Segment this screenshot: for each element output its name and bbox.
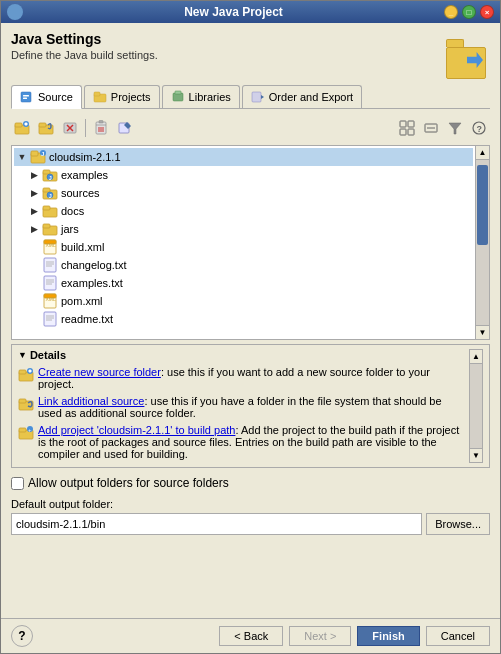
expand-root-icon[interactable]: ▼ bbox=[16, 151, 28, 163]
tree-examples-txt-label: examples.txt bbox=[61, 277, 123, 289]
expand-examples-icon[interactable]: ▶ bbox=[28, 169, 40, 181]
changelog-icon bbox=[42, 257, 58, 273]
svg-rect-59 bbox=[44, 276, 56, 290]
main-area: ? ▼ J bbox=[11, 115, 490, 610]
tree-pom-xml-label: pom.xml bbox=[61, 295, 103, 307]
svg-rect-21 bbox=[99, 121, 103, 124]
details-expand-icon[interactable]: ▼ bbox=[18, 350, 27, 360]
scroll-up-button[interactable]: ▲ bbox=[476, 146, 489, 160]
no-expand-readme: ▶ bbox=[28, 313, 40, 325]
tree-item-jars[interactable]: ▶ jars bbox=[14, 220, 473, 238]
detail-text-create: Create new source folder: use this if yo… bbox=[38, 366, 465, 390]
tree-item-build-xml[interactable]: ▶ XML build.xml bbox=[14, 238, 473, 256]
projects-tab-icon bbox=[93, 90, 107, 104]
allow-output-row: Allow output folders for source folders bbox=[11, 476, 490, 490]
tree-scroll-area: ▼ J cloudsim-2.1.1 ▶ bbox=[12, 146, 475, 339]
svg-rect-51 bbox=[43, 224, 50, 228]
header-text: Java Settings Define the Java build sett… bbox=[11, 31, 158, 61]
svg-rect-74 bbox=[29, 370, 32, 372]
allow-output-checkbox[interactable] bbox=[11, 477, 24, 490]
maximize-button[interactable]: □ bbox=[462, 5, 476, 19]
tree-item-examples[interactable]: ▶ J examples bbox=[14, 166, 473, 184]
toolbar-help-button[interactable]: ? bbox=[468, 117, 490, 139]
tree-item-changelog[interactable]: ▶ changelog.txt bbox=[14, 256, 473, 274]
create-source-icon bbox=[18, 367, 34, 385]
header-section: Java Settings Define the Java build sett… bbox=[11, 31, 490, 79]
cancel-button[interactable]: Cancel bbox=[426, 626, 490, 646]
tab-source-label: Source bbox=[38, 91, 73, 103]
toolbar: ? bbox=[11, 115, 490, 141]
next-button[interactable]: Next > bbox=[289, 626, 351, 646]
tab-libraries[interactable]: Libraries bbox=[162, 85, 240, 108]
link-source-detail-icon bbox=[18, 396, 34, 414]
finish-button[interactable]: Finish bbox=[357, 626, 419, 646]
add-src-folder-button[interactable] bbox=[11, 117, 33, 139]
tree-jars-label: jars bbox=[61, 223, 79, 235]
expand-jars-icon[interactable]: ▶ bbox=[28, 223, 40, 235]
tree-item-sources[interactable]: ▶ J sources bbox=[14, 184, 473, 202]
svg-rect-28 bbox=[408, 121, 414, 127]
expand-sources-icon[interactable]: ▶ bbox=[28, 187, 40, 199]
tree-item-pom-xml[interactable]: ▶ XML pom.xml bbox=[14, 292, 473, 310]
tree-sources-label: sources bbox=[61, 187, 100, 199]
no-expand-build: ▶ bbox=[28, 241, 40, 253]
close-button[interactable]: × bbox=[480, 5, 494, 19]
back-button[interactable]: < Back bbox=[219, 626, 283, 646]
details-scroll-down[interactable]: ▼ bbox=[470, 448, 482, 462]
allow-output-label[interactable]: Allow output folders for source folders bbox=[28, 476, 229, 490]
svg-rect-29 bbox=[400, 129, 406, 135]
minimize-button[interactable]: _ bbox=[444, 5, 458, 19]
scroll-track bbox=[476, 160, 489, 325]
details-panel: ▼ Details bbox=[11, 344, 490, 468]
svg-marker-8 bbox=[261, 95, 264, 99]
expand-all-button[interactable] bbox=[396, 117, 418, 139]
tree-item-examples-txt[interactable]: ▶ examples.txt bbox=[14, 274, 473, 292]
tree-item-docs[interactable]: ▶ docs bbox=[14, 202, 473, 220]
svg-rect-30 bbox=[408, 129, 414, 135]
tree-item-readme[interactable]: ▶ readme.txt bbox=[14, 310, 473, 328]
scroll-thumb[interactable] bbox=[477, 165, 488, 245]
detail-text-add-project: Add project 'cloudsim-2.1.1' to build pa… bbox=[38, 424, 465, 460]
details-scroll-up[interactable]: ▲ bbox=[470, 350, 482, 364]
tree-root-label: cloudsim-2.1.1 bbox=[49, 151, 121, 163]
details-title: Details bbox=[30, 349, 66, 361]
detail-item-link-source: Link additional source: use this if you … bbox=[18, 395, 465, 419]
nav-buttons: < Back Next > Finish Cancel bbox=[219, 626, 490, 646]
add-project-link[interactable]: Add project 'cloudsim-2.1.1' to build pa… bbox=[38, 424, 235, 436]
build-xml-icon: XML bbox=[42, 239, 58, 255]
svg-text:J: J bbox=[49, 175, 52, 181]
output-folder-input[interactable] bbox=[11, 513, 422, 535]
edit-button[interactable] bbox=[114, 117, 136, 139]
dialog-content: Java Settings Define the Java build sett… bbox=[1, 23, 500, 618]
help-button[interactable]: ? bbox=[11, 625, 33, 647]
add-excluded-button[interactable] bbox=[59, 117, 81, 139]
details-scroll-track bbox=[470, 364, 482, 448]
svg-rect-37 bbox=[31, 151, 38, 156]
examples-txt-icon bbox=[42, 275, 58, 291]
link-source-button[interactable] bbox=[35, 117, 57, 139]
java-icon bbox=[7, 4, 23, 20]
tree-item-root[interactable]: ▼ J cloudsim-2.1.1 bbox=[14, 148, 473, 166]
output-folder-section: Default output folder: Browse... bbox=[11, 498, 490, 535]
svg-rect-7 bbox=[252, 92, 261, 102]
expand-docs-icon[interactable]: ▶ bbox=[28, 205, 40, 217]
svg-rect-0 bbox=[21, 92, 31, 102]
details-header: ▼ Details bbox=[18, 349, 465, 361]
svg-rect-41 bbox=[43, 170, 50, 174]
browse-button[interactable]: Browse... bbox=[426, 513, 490, 535]
tab-source[interactable]: Source bbox=[11, 85, 82, 109]
collapse-all-button[interactable] bbox=[420, 117, 442, 139]
bottom-bar: ? < Back Next > Finish Cancel bbox=[1, 618, 500, 653]
create-source-link[interactable]: Create new source folder bbox=[38, 366, 161, 378]
filter-button[interactable] bbox=[444, 117, 466, 139]
link-source-link[interactable]: Link additional source bbox=[38, 395, 144, 407]
add-project-detail-icon: + bbox=[18, 425, 34, 443]
remove-button[interactable] bbox=[90, 117, 112, 139]
tab-order-export[interactable]: Order and Export bbox=[242, 85, 362, 108]
page-subtitle: Define the Java build settings. bbox=[11, 49, 158, 61]
detail-item-add-project: + Add project 'cloudsim-2.1.1' to build … bbox=[18, 424, 465, 460]
scroll-down-button[interactable]: ▼ bbox=[476, 325, 489, 339]
tab-projects[interactable]: Projects bbox=[84, 85, 160, 108]
svg-rect-45 bbox=[43, 188, 50, 192]
svg-rect-55 bbox=[44, 258, 56, 272]
